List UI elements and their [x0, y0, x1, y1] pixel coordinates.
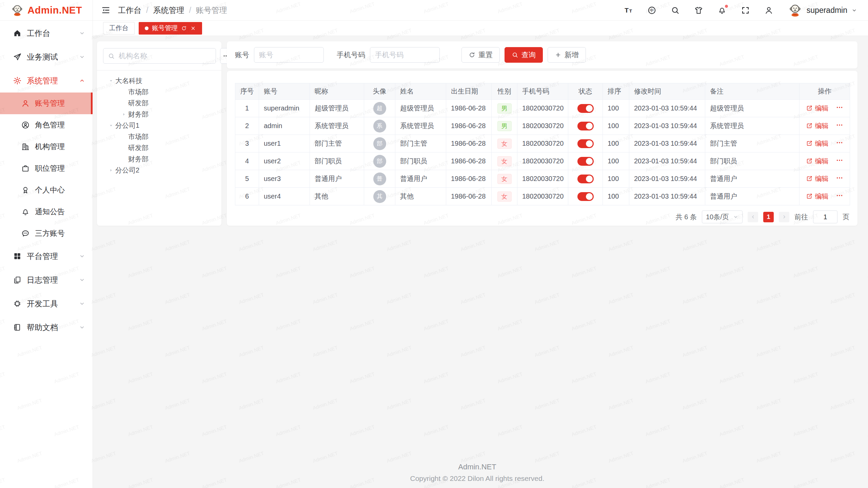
page-number-1[interactable]: 1	[763, 212, 774, 222]
status-toggle[interactable]	[577, 122, 594, 130]
gender-tag-female: 女	[497, 174, 512, 184]
content: 大名科技市场部研发部财务部分公司1市场部研发部财务部分公司2 账号 手机号码 重…	[93, 36, 868, 488]
chevron-down-icon	[79, 277, 85, 283]
sidebar-item-notice[interactable]: 通知公告	[0, 201, 93, 223]
cell-avatar: 系	[364, 117, 395, 135]
breadcrumb-item[interactable]: 账号管理	[196, 5, 227, 16]
top-navbar: 工作台/系统管理/账号管理 TT中 superadmin	[93, 0, 868, 21]
breadcrumb-item[interactable]: 系统管理	[153, 5, 184, 16]
sidebar-item-help-docs[interactable]: 帮助文档	[0, 316, 93, 339]
org-search-input[interactable]	[118, 52, 211, 60]
edit-button[interactable]: 编辑	[806, 139, 829, 148]
page-size-select[interactable]: 10条/页	[702, 210, 743, 223]
edit-button[interactable]: 编辑	[806, 121, 829, 130]
edit-button[interactable]: 编辑	[806, 157, 829, 166]
sidebar-item-org-mgmt[interactable]: 机构管理	[0, 136, 93, 158]
reset-button[interactable]: 重置	[461, 47, 500, 63]
tree-node[interactable]: 分公司2	[103, 165, 215, 176]
status-toggle[interactable]	[577, 175, 594, 183]
tree-node[interactable]: 研发部	[103, 142, 215, 154]
edit-button[interactable]: 编辑	[806, 104, 829, 113]
cell-actions: 编辑	[800, 188, 850, 205]
sidebar-item-business-test[interactable]: 业务测试	[0, 45, 93, 69]
tree-node[interactable]: 大名科技	[103, 75, 215, 86]
next-page-button[interactable]	[779, 212, 789, 222]
sidebar-item-system-mgmt[interactable]: 系统管理	[0, 69, 93, 93]
row-more-button[interactable]	[835, 103, 844, 113]
cell-avatar: 其	[364, 188, 395, 205]
tree-node[interactable]: 财务部	[103, 109, 215, 120]
cell-gender: 女	[492, 170, 517, 188]
sidebar-item-personal-center[interactable]: 个人中心	[0, 179, 93, 201]
row-more-button[interactable]	[835, 191, 844, 201]
column-header-account: 账号	[259, 83, 310, 100]
sidebar-item-label: 职位管理	[35, 163, 65, 174]
bell-icon[interactable]	[717, 6, 727, 15]
tree-node[interactable]: 市场部	[103, 86, 215, 98]
status-toggle[interactable]	[577, 192, 594, 201]
status-toggle[interactable]	[577, 104, 594, 113]
tree-node[interactable]: 财务部	[103, 154, 215, 165]
sidebar-item-label: 帮助文档	[27, 322, 58, 333]
collapse-menu-icon[interactable]	[101, 5, 111, 15]
edit-button[interactable]: 编辑	[806, 174, 829, 183]
caret-placeholder	[119, 89, 128, 95]
row-more-button[interactable]	[835, 139, 844, 148]
sidebar-item-platform-mgmt[interactable]: 平台管理	[0, 244, 93, 268]
fullscreen-icon[interactable]	[741, 6, 750, 15]
account-filter-input[interactable]	[254, 47, 324, 63]
cell-avatar: 部	[364, 152, 395, 170]
tree-node-label: 市场部	[128, 132, 149, 141]
row-more-button[interactable]	[835, 156, 844, 166]
goto-page-input[interactable]	[813, 210, 837, 223]
cell-birth: 1986-06-28	[446, 188, 492, 205]
chevron-down-icon	[79, 54, 85, 60]
tree-node[interactable]: 市场部	[103, 131, 215, 142]
search-icon	[108, 53, 115, 60]
row-more-button[interactable]	[835, 121, 844, 131]
search-icon[interactable]	[671, 6, 680, 15]
edit-button[interactable]: 编辑	[806, 192, 829, 201]
edit-icon	[806, 105, 813, 111]
breadcrumb-item[interactable]: 工作台	[118, 5, 141, 16]
add-button[interactable]: 新增	[548, 47, 586, 63]
user-menu[interactable]: superadmin	[788, 3, 857, 18]
row-avatar: 其	[373, 190, 386, 203]
prev-page-button[interactable]	[748, 212, 758, 222]
sidebar-menu: 工作台业务测试系统管理账号管理角色管理机构管理职位管理个人中心通知公告三方账号平…	[0, 21, 93, 339]
status-toggle[interactable]	[577, 157, 594, 166]
cell-actions: 编辑	[800, 170, 850, 188]
sidebar-item-position-mgmt[interactable]: 职位管理	[0, 158, 93, 179]
refresh-icon	[469, 52, 475, 58]
cell-nickname: 普通用户	[310, 170, 364, 188]
sidebar-item-role-mgmt[interactable]: 角色管理	[0, 114, 93, 136]
tree-node[interactable]: 分公司1	[103, 120, 215, 131]
sidebar-item-workbench[interactable]: 工作台	[0, 21, 93, 45]
phone-filter-input[interactable]	[370, 47, 440, 63]
add-button-label: 新增	[565, 50, 579, 60]
sidebar-item-label: 个人中心	[35, 185, 65, 195]
theme-icon[interactable]	[694, 6, 703, 15]
tree-node[interactable]: 研发部	[103, 98, 215, 109]
sidebar-item-label: 三方账号	[35, 228, 65, 239]
search-button[interactable]: 查询	[505, 47, 543, 63]
sidebar-item-third-party-account[interactable]: 三方账号	[0, 223, 93, 244]
row-more-button[interactable]	[835, 174, 844, 184]
language-icon[interactable]: 中	[647, 6, 656, 15]
tab-account-mgmt[interactable]: 账号管理	[139, 22, 202, 35]
sidebar-item-account-mgmt[interactable]: 账号管理	[0, 93, 93, 114]
sidebar-item-dev-tools[interactable]: 开发工具	[0, 292, 93, 316]
cell-actions: 编辑	[800, 135, 850, 152]
sidebar-item-log-mgmt[interactable]: 日志管理	[0, 268, 93, 292]
cell-status	[568, 152, 603, 170]
notification-badge-dot	[724, 4, 729, 8]
edit-icon	[806, 140, 813, 147]
font-size-icon[interactable]: TT	[624, 6, 633, 15]
status-toggle[interactable]	[577, 139, 594, 148]
user-avatar-icon	[788, 3, 803, 18]
tab-workbench[interactable]: 工作台	[103, 22, 135, 35]
right-column: 账号 手机号码 重置 查询	[227, 41, 857, 226]
pagination-total: 共 6 条	[676, 212, 697, 222]
cell-account: user3	[259, 170, 310, 188]
person-icon[interactable]	[764, 6, 773, 15]
